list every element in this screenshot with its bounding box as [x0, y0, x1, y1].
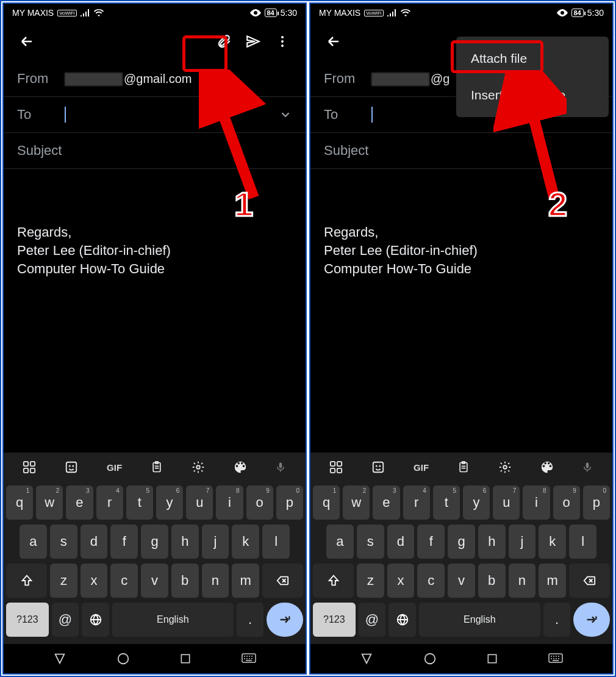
- key-b[interactable]: b: [478, 564, 506, 598]
- subject-field[interactable]: Subject: [310, 133, 612, 169]
- shift-key[interactable]: [6, 564, 47, 598]
- globe-key[interactable]: [389, 603, 416, 637]
- key-i[interactable]: i8: [216, 485, 243, 520]
- nav-recent-icon[interactable]: [486, 653, 498, 665]
- key-z[interactable]: z: [357, 564, 384, 598]
- symbols-key[interactable]: ?123: [313, 603, 356, 637]
- key-f[interactable]: f: [417, 525, 445, 559]
- key-o[interactable]: o9: [553, 485, 580, 520]
- kb-gif-button[interactable]: GIF: [107, 462, 122, 473]
- kb-settings-icon[interactable]: [498, 460, 512, 474]
- key-z[interactable]: z: [50, 564, 77, 598]
- key-y[interactable]: y6: [463, 485, 490, 520]
- key-t[interactable]: t5: [433, 485, 460, 520]
- key-o[interactable]: o9: [246, 485, 273, 520]
- more-icon[interactable]: [274, 33, 291, 50]
- key-m[interactable]: m: [539, 564, 566, 598]
- key-j[interactable]: j: [509, 525, 536, 559]
- kb-clipboard-icon[interactable]: [457, 460, 470, 474]
- key-d[interactable]: d: [387, 525, 415, 559]
- key-j[interactable]: j: [202, 525, 229, 559]
- kb-mic-icon[interactable]: [275, 460, 286, 474]
- nav-recent-icon[interactable]: [179, 653, 192, 665]
- key-h[interactable]: h: [478, 525, 506, 559]
- key-d[interactable]: d: [81, 525, 108, 559]
- nav-home-icon[interactable]: [116, 652, 130, 665]
- key-r[interactable]: r4: [403, 485, 430, 520]
- key-a[interactable]: a: [20, 525, 47, 559]
- key-l[interactable]: l: [569, 525, 596, 559]
- kb-apps-icon[interactable]: [329, 460, 343, 474]
- nav-keyboard-icon[interactable]: [242, 653, 256, 664]
- email-body[interactable]: Regards, Peter Lee (Editor-in-chief) Com…: [4, 169, 306, 453]
- back-icon[interactable]: [325, 33, 342, 50]
- key-w[interactable]: w2: [36, 485, 63, 520]
- key-t[interactable]: t5: [126, 485, 153, 520]
- key-b[interactable]: b: [171, 564, 199, 598]
- key-k[interactable]: k: [539, 525, 566, 559]
- kb-gif-button[interactable]: GIF: [414, 462, 429, 473]
- key-n[interactable]: n: [202, 564, 229, 598]
- key-h[interactable]: h: [171, 525, 199, 559]
- nav-back-icon[interactable]: [53, 652, 66, 665]
- period-key[interactable]: .: [237, 603, 264, 637]
- kb-mic-icon[interactable]: [582, 460, 593, 474]
- key-g[interactable]: g: [448, 525, 475, 559]
- period-key[interactable]: .: [543, 603, 571, 637]
- key-n[interactable]: n: [509, 564, 536, 598]
- key-q[interactable]: q1: [6, 485, 33, 520]
- key-e[interactable]: e3: [66, 485, 93, 520]
- key-x[interactable]: x: [81, 564, 108, 598]
- key-m[interactable]: m: [232, 564, 259, 598]
- nav-back-icon[interactable]: [360, 652, 373, 665]
- key-x[interactable]: x: [387, 564, 415, 598]
- send-icon[interactable]: [245, 33, 262, 50]
- symbols-key[interactable]: ?123: [6, 603, 49, 637]
- key-l[interactable]: l: [262, 525, 290, 559]
- nav-home-icon[interactable]: [423, 652, 437, 665]
- kb-sticker-icon[interactable]: [65, 460, 78, 474]
- enter-key[interactable]: [267, 603, 303, 637]
- key-p[interactable]: p0: [276, 485, 303, 520]
- kb-theme-icon[interactable]: [540, 460, 554, 474]
- key-g[interactable]: g: [141, 525, 168, 559]
- key-w[interactable]: w2: [343, 485, 370, 520]
- menu-insert-drive[interactable]: Insert from Drive: [456, 77, 609, 113]
- key-e[interactable]: e3: [373, 485, 399, 520]
- kb-sticker-icon[interactable]: [371, 460, 385, 474]
- kb-theme-icon[interactable]: [234, 460, 247, 474]
- to-field[interactable]: To: [4, 96, 306, 133]
- key-p[interactable]: p0: [583, 485, 610, 520]
- key-q[interactable]: q1: [313, 485, 340, 520]
- kb-apps-icon[interactable]: [23, 460, 36, 474]
- chevron-down-icon[interactable]: [279, 108, 292, 121]
- key-i[interactable]: i8: [523, 485, 550, 520]
- key-c[interactable]: c: [417, 564, 445, 598]
- key-y[interactable]: y6: [156, 485, 183, 520]
- key-u[interactable]: u7: [186, 485, 213, 520]
- backspace-key[interactable]: [569, 564, 610, 598]
- key-v[interactable]: v: [448, 564, 475, 598]
- shift-key[interactable]: [313, 564, 354, 598]
- key-c[interactable]: c: [110, 564, 138, 598]
- key-v[interactable]: v: [141, 564, 168, 598]
- key-r[interactable]: r4: [96, 485, 123, 520]
- backspace-key[interactable]: [262, 564, 303, 598]
- back-icon[interactable]: [18, 33, 35, 50]
- subject-field[interactable]: Subject: [4, 133, 306, 169]
- space-key[interactable]: English: [112, 603, 234, 637]
- key-f[interactable]: f: [110, 525, 138, 559]
- key-a[interactable]: a: [326, 525, 354, 559]
- at-key[interactable]: @: [52, 603, 79, 637]
- nav-keyboard-icon[interactable]: [548, 653, 563, 664]
- kb-clipboard-icon[interactable]: [151, 460, 163, 474]
- enter-key[interactable]: [573, 603, 610, 637]
- space-key[interactable]: English: [419, 603, 540, 637]
- from-field[interactable]: From @gmail.com: [4, 61, 306, 96]
- key-s[interactable]: s: [50, 525, 77, 559]
- key-s[interactable]: s: [357, 525, 384, 559]
- at-key[interactable]: @: [359, 603, 386, 637]
- kb-settings-icon[interactable]: [192, 460, 205, 474]
- globe-key[interactable]: [82, 603, 109, 637]
- key-k[interactable]: k: [232, 525, 259, 559]
